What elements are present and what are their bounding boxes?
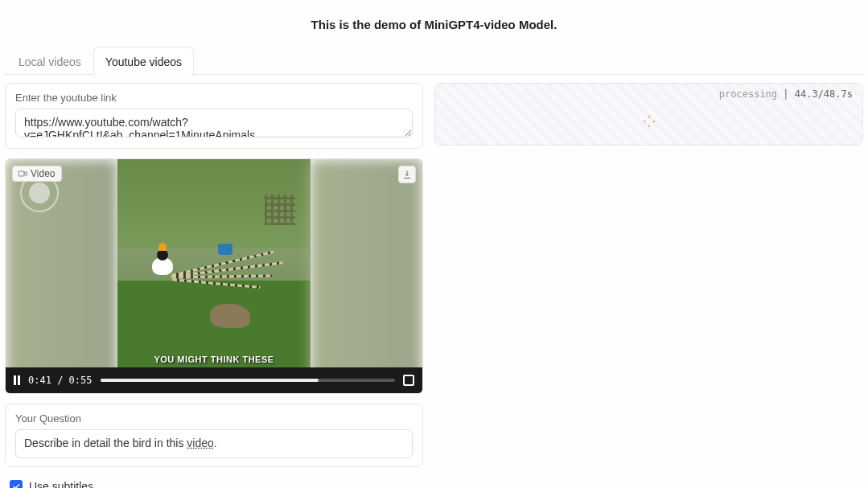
video-controls: 0:41 / 0:55: [6, 367, 422, 393]
video-caption-overlay: YOU MIGHT THINK THESE: [6, 355, 422, 364]
tab-youtube-videos[interactable]: Youtube videos: [93, 47, 194, 75]
subtitles-checkbox[interactable]: [10, 480, 23, 488]
video-badge: Video: [12, 166, 62, 182]
youtube-link-label: Enter the youtube link: [15, 92, 413, 104]
fullscreen-button[interactable]: [403, 375, 414, 386]
video-badge-label: Video: [31, 168, 55, 179]
loading-spinner-icon: [642, 114, 656, 129]
video-player[interactable]: Video: [5, 158, 423, 394]
question-label: Your Question: [15, 412, 413, 424]
download-button[interactable]: [398, 166, 416, 183]
video-time: 0:41 / 0:55: [28, 375, 93, 386]
tabs: Local videos Youtube videos: [5, 46, 863, 75]
svg-rect-0: [19, 171, 24, 176]
output-panel: processing | 44.3/48.7s: [434, 83, 863, 146]
youtube-link-input[interactable]: https://www.youtube.com/watch?v=eJGHKpfC…: [15, 109, 413, 137]
check-icon: [11, 482, 21, 488]
video-progress-fill: [101, 379, 319, 382]
pause-button[interactable]: [14, 375, 20, 385]
youtube-link-panel: Enter the youtube link https://www.youtu…: [5, 83, 423, 149]
video-icon: [18, 169, 27, 178]
status-text: processing | 44.3/48.7s: [719, 88, 853, 100]
question-panel: Your Question Describe in detail the bir…: [5, 404, 423, 467]
subtitles-row: Use subtitles: [5, 477, 423, 488]
subtitles-label: Use subtitles: [29, 480, 93, 488]
page-title: This is the demo of MiniGPT4-video Model…: [5, 0, 863, 46]
download-icon: [402, 170, 412, 179]
tab-local-videos[interactable]: Local videos: [6, 47, 93, 75]
video-progress[interactable]: [101, 379, 396, 382]
question-input[interactable]: Describe in detail the bird in this vide…: [15, 429, 413, 458]
